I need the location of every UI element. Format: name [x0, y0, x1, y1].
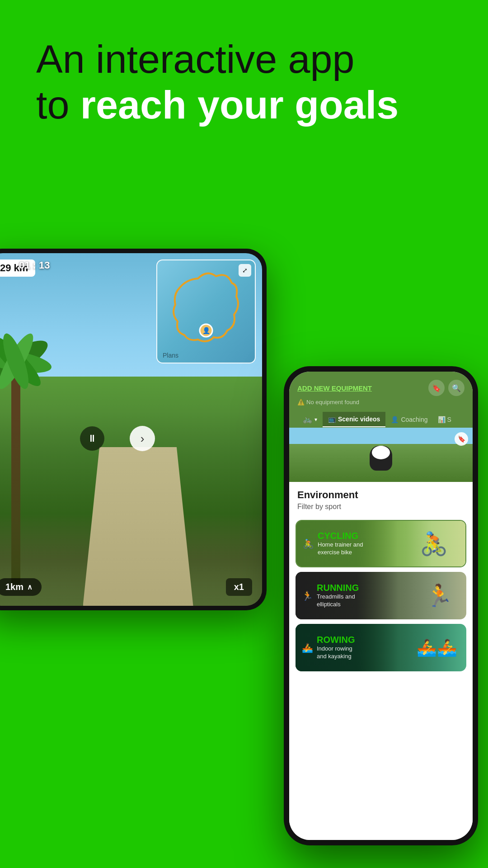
cycling-desc: Home trainer and exercise bike: [318, 541, 363, 557]
road: [83, 447, 193, 606]
distance-badge[interactable]: 1km ∧: [0, 578, 42, 596]
rowing-card[interactable]: 🚣🚣 🚣 ROWING Indoor rowing and kayaking: [296, 624, 466, 671]
cycling-card[interactable]: 🚴 🚴 CYCLING Home trainer and exercise bi…: [296, 520, 466, 567]
tab-stats[interactable]: 📊 S: [433, 412, 456, 427]
search-icon-btn[interactable]: 🔍: [448, 380, 465, 396]
no-equipment-notice: ⚠️ No equipment found: [297, 399, 465, 406]
header-icons: 🔖 🔍: [428, 380, 465, 396]
coaching-icon: 👤: [391, 416, 399, 423]
hero-line2: to reach your goals: [36, 82, 452, 127]
running-text: RUNNING Treadmills and ellipticals: [317, 583, 359, 609]
next-button[interactable]: ›: [130, 426, 155, 451]
hero-line1: An interactive app: [36, 36, 452, 82]
phone-header-top: ADD NEW EQUIPMENT 🔖 🔍: [297, 380, 465, 396]
tab-coaching[interactable]: 👤 Coaching: [385, 412, 433, 427]
phone-device: ADD NEW EQUIPMENT 🔖 🔍 ⚠️ No equipment fo…: [284, 366, 478, 845]
running-desc: Treadmills and ellipticals: [317, 593, 359, 609]
phone-screen: ADD NEW EQUIPMENT 🔖 🔍 ⚠️ No equipment fo…: [289, 372, 473, 840]
sport-cards-container: 🚴 🚴 CYCLING Home trainer and exercise bi…: [289, 515, 473, 840]
running-card[interactable]: 🏃 🏃 RUNNING Treadmills and ellipticals: [296, 572, 466, 619]
coaching-label: Coaching: [401, 416, 427, 423]
svg-text:👤: 👤: [202, 327, 211, 335]
speed-badge: x1: [226, 578, 252, 596]
running-name: RUNNING: [317, 583, 359, 593]
bookmark-icon-btn[interactable]: 🔖: [428, 380, 445, 396]
cycling-riders: 🚴: [407, 524, 461, 563]
hero-line2-bold: reach your goals: [80, 82, 399, 127]
pause-button[interactable]: ⏸: [80, 426, 104, 451]
hero-line2-prefix: to: [36, 82, 80, 127]
cycling-text: CYCLING Home trainer and exercise bike: [318, 531, 363, 557]
filter-label: Filter by sport: [297, 503, 465, 511]
scenic-videos-label: Scenic videos: [338, 415, 380, 423]
scenic-preview: 🔖: [289, 428, 473, 482]
rowing-figures: 🚣🚣: [412, 627, 462, 668]
tab-bike[interactable]: 🚲 ▾: [297, 411, 323, 428]
phone-header: ADD NEW EQUIPMENT 🔖 🔍 ⚠️ No equipment fo…: [289, 372, 473, 428]
expand-button[interactable]: ⤢: [239, 264, 251, 277]
phone-tabs: 🚲 ▾ 📺 Scenic videos 👤 Coaching 📊 S: [297, 411, 465, 428]
rowing-desc: Indoor rowing and kayaking: [317, 645, 355, 660]
helmet: [372, 446, 390, 459]
running-figure: 🏃: [417, 576, 462, 616]
hero-section: An interactive app to reach your goals: [36, 36, 452, 127]
cyclist-silhouette: [370, 446, 392, 471]
cycling-card-content: 🚴 CYCLING Home trainer and exercise bike: [296, 521, 398, 566]
bookmark-icon: 🔖: [432, 384, 441, 392]
stats-label: S: [447, 416, 451, 423]
stats-icon: 📊: [438, 416, 446, 423]
scenic-bookmark-btn[interactable]: 🔖: [455, 432, 468, 446]
add-equipment-button[interactable]: ADD NEW EQUIPMENT: [297, 384, 372, 392]
tablet-screen: 29 km › ⏸ 👤 ⤢: [0, 253, 262, 606]
rowing-card-content: 🚣 ROWING Indoor rowing and kayaking: [296, 624, 398, 671]
timer-badge: 01 : 13: [19, 259, 50, 271]
rowing-text: ROWING Indoor rowing and kayaking: [317, 635, 355, 660]
video-icon: 📺: [328, 415, 336, 423]
bike-icon: 🚲: [303, 415, 312, 424]
rowing-icon: 🚣: [302, 642, 313, 653]
distance-label: 1km: [5, 582, 23, 592]
pause-icon: ⏸: [87, 433, 97, 444]
environment-section: Environment Filter by sport: [289, 482, 473, 515]
bookmark-icon-scenic: 🔖: [458, 435, 465, 443]
chevron-down-icon: ▾: [314, 416, 317, 423]
environment-title: Environment: [297, 489, 465, 501]
warning-icon: ⚠️: [297, 399, 305, 406]
running-icon: 🏃: [302, 590, 313, 601]
cycling-name: CYCLING: [318, 531, 363, 541]
tab-scenic-videos[interactable]: 📺 Scenic videos: [323, 412, 385, 427]
cycling-icon: 🚴: [303, 538, 314, 549]
rowing-name: ROWING: [317, 635, 355, 645]
tablet-device: 29 km › ⏸ 👤 ⤢: [0, 249, 267, 610]
chevron-up-icon: ∧: [27, 583, 33, 591]
running-card-content: 🏃 RUNNING Treadmills and ellipticals: [296, 572, 398, 619]
plans-label: Plans: [163, 352, 178, 359]
search-icon: 🔍: [452, 384, 461, 392]
map-overlay: 👤 ⤢ Plans: [156, 259, 256, 363]
